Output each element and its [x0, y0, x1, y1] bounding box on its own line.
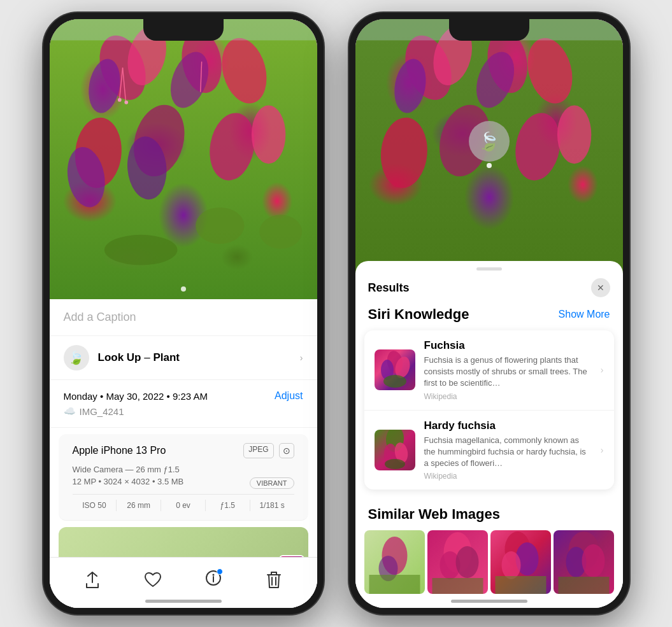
- fuchsia-result-item[interactable]: Fuchsia Fuchsia is a genus of flowering …: [364, 330, 614, 411]
- camera-meta-row: ISO 50 26 mm 0 ev ƒ1.5 1/181 s: [73, 494, 294, 511]
- camera-badges: JPEG ⊙: [243, 443, 294, 458]
- lookup-chevron: ›: [300, 353, 303, 363]
- similar-image-2[interactable]: [427, 530, 488, 594]
- gear-icon[interactable]: ⊙: [279, 443, 294, 458]
- lookup-text: Look Up – Plant: [98, 351, 180, 364]
- svg-point-44: [385, 459, 405, 469]
- favorite-button[interactable]: [139, 566, 167, 594]
- photos-app-screen: Add a Caption 🍃 Look Up – Plant ›: [50, 19, 317, 608]
- visual-lookup-screen: 🍃 Results ✕: [355, 19, 623, 608]
- hardy-fuchsia-chevron: ›: [601, 445, 604, 455]
- show-more-button[interactable]: Show More: [559, 309, 610, 320]
- caption-area[interactable]: Add a Caption: [50, 299, 317, 336]
- share-icon: [84, 571, 101, 589]
- fuchsia-thumbnail: [375, 349, 415, 390]
- shutter-speed: 1/181 s: [250, 500, 294, 511]
- left-phone-screen: Add a Caption 🍃 Look Up – Plant ›: [50, 19, 317, 608]
- similar-images-section: Similar Web Images: [355, 500, 623, 603]
- aperture-value: ƒ1.5: [206, 500, 250, 511]
- left-phone: Add a Caption 🍃 Look Up – Plant ›: [43, 13, 324, 614]
- hardy-fuchsia-source: Wikipedia: [424, 472, 592, 481]
- lookup-circle: 🍃: [469, 121, 510, 162]
- results-panel[interactable]: Results ✕ Siri Knowledge Show More: [355, 261, 623, 608]
- right-phone-notch: [449, 19, 529, 41]
- hardy-fuchsia-result-item[interactable]: Hardy fuchsia Fuchsia magellanica, commo…: [364, 411, 614, 490]
- drag-handle[interactable]: [476, 267, 502, 271]
- hardy-fuchsia-thumbnail: [375, 430, 415, 470]
- camera-specs: 12 MP • 3024 × 4032 • 3.5 MB: [73, 477, 184, 486]
- hardy-fuchsia-name: Hardy fuchsia: [424, 419, 592, 432]
- jpeg-badge: JPEG: [243, 443, 273, 458]
- exposure-value: 0 ev: [161, 500, 206, 511]
- svg-rect-59: [558, 577, 609, 594]
- fuchsia-source: Wikipedia: [424, 392, 592, 401]
- svg-point-23: [213, 574, 215, 575]
- svg-point-50: [455, 546, 478, 578]
- fuchsia-chevron: ›: [601, 365, 604, 375]
- home-indicator-left: [145, 600, 222, 603]
- fuchsia-description: Fuchsia is a genus of flowering plants t…: [424, 355, 592, 390]
- svg-rect-55: [495, 576, 546, 594]
- heart-icon: [144, 572, 162, 588]
- results-photo-area: 🍃: [355, 19, 623, 274]
- siri-knowledge-title: Siri Knowledge: [368, 306, 469, 323]
- filename: IMG_4241: [80, 406, 124, 417]
- focal-length: 26 mm: [117, 500, 161, 511]
- home-indicator-right: [451, 600, 527, 603]
- camera-detail: Wide Camera — 26 mm ƒ1.5: [73, 465, 294, 474]
- flower-photo: [50, 19, 317, 299]
- right-phone: 🍃 Results ✕: [349, 13, 629, 614]
- similar-images-grid: [364, 530, 614, 594]
- photo-dot-indicator: [181, 286, 186, 292]
- lookup-label: Look Up: [98, 351, 141, 363]
- results-title: Results: [368, 281, 410, 295]
- camera-section: Apple iPhone 13 Pro JPEG ⊙ Wide Camera —…: [59, 434, 308, 521]
- results-header: Results ✕: [355, 276, 623, 306]
- lookup-row[interactable]: 🍃 Look Up – Plant ›: [50, 336, 317, 380]
- hardy-fuchsia-description: Fuchsia magellanica, commonly known as t…: [424, 435, 592, 470]
- svg-point-58: [582, 544, 604, 577]
- delete-button[interactable]: [260, 566, 288, 594]
- similar-image-3[interactable]: [490, 530, 551, 594]
- similar-images-title: Similar Web Images: [364, 506, 614, 523]
- info-button[interactable]: [199, 566, 227, 594]
- share-button[interactable]: [78, 566, 106, 594]
- trash-icon: [266, 571, 282, 589]
- info-date-row: Monday • May 30, 2022 • 9:23 AM Adjust: [64, 390, 303, 402]
- camera-top-row: Apple iPhone 13 Pro JPEG ⊙: [73, 443, 294, 458]
- svg-rect-51: [432, 578, 483, 594]
- similar-image-1[interactable]: [364, 530, 425, 594]
- phones-container: Add a Caption 🍃 Look Up – Plant ›: [0, 0, 672, 627]
- result-card: Fuchsia Fuchsia is a genus of flowering …: [364, 330, 614, 490]
- vibrant-badge: VIBRANT: [250, 477, 294, 489]
- photo-image-area[interactable]: [50, 19, 317, 299]
- info-icon-wrapper: [205, 570, 222, 590]
- lookup-circle-dot: [487, 163, 492, 168]
- caption-placeholder[interactable]: Add a Caption: [64, 311, 136, 323]
- close-icon: ✕: [597, 283, 604, 293]
- photo-date: Monday • May 30, 2022 • 9:23 AM: [64, 391, 208, 402]
- camera-specs-row: 12 MP • 3024 × 4032 • 3.5 MB VIBRANT: [73, 477, 294, 489]
- fuchsia-name: Fuchsia: [424, 339, 592, 352]
- leaf-icon: 🍃: [68, 350, 84, 365]
- svg-point-40: [383, 375, 406, 388]
- close-button[interactable]: ✕: [591, 278, 610, 297]
- right-phone-screen: 🍃 Results ✕: [355, 19, 623, 608]
- fuchsia-info: Fuchsia Fuchsia is a genus of flowering …: [424, 339, 592, 401]
- siri-knowledge-header: Siri Knowledge Show More: [364, 306, 614, 323]
- lookup-icon-circle: 🍃: [64, 345, 89, 370]
- hardy-fuchsia-info: Hardy fuchsia Fuchsia magellanica, commo…: [424, 419, 592, 481]
- filename-row: ☁️ IMG_4241: [64, 405, 303, 417]
- iso-value: ISO 50: [73, 500, 117, 511]
- cloud-icon: ☁️: [64, 405, 76, 417]
- lookup-circle-leaf-icon: 🍃: [478, 131, 500, 152]
- similar-image-4[interactable]: [554, 530, 614, 594]
- phone-notch: [143, 19, 224, 41]
- adjust-button[interactable]: Adjust: [275, 390, 303, 402]
- siri-knowledge-section: Siri Knowledge Show More: [355, 306, 623, 500]
- camera-model: Apple iPhone 13 Pro: [73, 445, 166, 456]
- svg-rect-47: [369, 575, 420, 594]
- svg-point-54: [501, 551, 520, 579]
- info-badge-dot: [217, 568, 223, 575]
- lookup-type: Plant: [153, 351, 180, 363]
